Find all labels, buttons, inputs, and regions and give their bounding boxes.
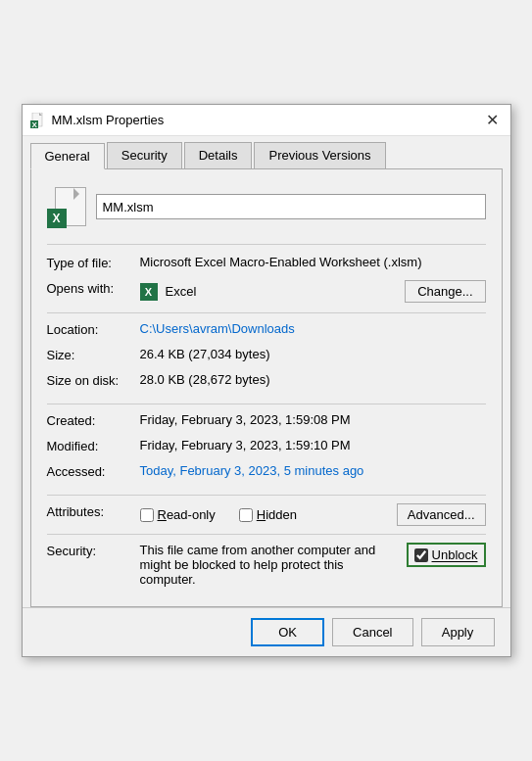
readonly-label: Read-only (158, 507, 216, 522)
hidden-label: Hidden (257, 507, 297, 522)
type-of-file-row: Type of file: Microsoft Excel Macro-Enab… (47, 255, 486, 276)
hidden-checkbox[interactable] (239, 508, 253, 522)
attributes-row: Attributes: Read-only Hidden Advanced... (47, 503, 486, 526)
file-type-section: Type of file: Microsoft Excel Macro-Enab… (47, 244, 486, 303)
size-row: Size: 26.4 KB (27,034 bytes) (47, 347, 486, 368)
divider-2 (47, 404, 486, 404)
created-label: Created: (47, 412, 140, 428)
security-label: Security: (47, 543, 140, 558)
hidden-checkbox-group: Hidden (239, 507, 297, 522)
general-tab-content: X Type of file: Microsoft Excel Macro-En… (30, 168, 503, 607)
created-value: Friday, February 3, 2023, 1:59:08 PM (140, 412, 351, 427)
dialog-title: MM.xlsm Properties (52, 113, 165, 127)
tab-previous-versions[interactable]: Previous Versions (254, 142, 385, 168)
opens-with-row: Opens with: X Excel Change... (47, 280, 486, 303)
size-on-disk-label: Size on disk: (47, 372, 140, 388)
readonly-checkbox[interactable] (140, 508, 154, 522)
opens-with-app: Excel (166, 284, 197, 299)
filename-row: X (47, 185, 486, 228)
unblock-checkbox-group: Unblock (407, 543, 486, 567)
file-icon-badge: X (47, 209, 67, 228)
location-section: Location: C:\Users\avram\Downloads Size:… (47, 321, 486, 394)
ok-button[interactable]: OK (251, 618, 324, 646)
readonly-checkbox-group: Read-only (140, 507, 216, 522)
attributes-label: Attributes: (47, 503, 140, 519)
excel-icon-letter: X (145, 286, 152, 298)
unblock-checkbox[interactable] (414, 548, 428, 562)
location-row: Location: C:\Users\avram\Downloads (47, 321, 486, 343)
modified-value: Friday, February 3, 2023, 1:59:10 PM (140, 438, 351, 452)
security-text: This file came from another computer and… (140, 543, 399, 587)
size-label: Size: (47, 347, 140, 362)
type-of-file-value: Microsoft Excel Macro-Enabled Worksheet … (140, 255, 422, 269)
security-content: This file came from another computer and… (140, 543, 486, 587)
accessed-value: Today, February 3, 2023, 5 minutes ago (140, 463, 364, 478)
advanced-button[interactable]: Advanced... (397, 503, 486, 526)
title-bar-left: X MM.xlsm Properties (30, 113, 165, 128)
accessed-row: Accessed: Today, February 3, 2023, 5 min… (47, 463, 486, 485)
close-button[interactable]: ✕ (483, 111, 503, 130)
created-row: Created: Friday, February 3, 2023, 1:59:… (47, 412, 486, 434)
tab-security[interactable]: Security (107, 142, 182, 168)
tab-details[interactable]: Details (184, 142, 253, 168)
location-label: Location: (47, 321, 140, 337)
attributes-controls: Read-only Hidden Advanced... (140, 503, 486, 526)
svg-text:X: X (31, 120, 37, 128)
title-bar-file-icon: X (30, 113, 46, 128)
size-value: 26.4 KB (27,034 bytes) (140, 347, 270, 361)
divider-3 (47, 495, 486, 496)
size-on-disk-row: Size on disk: 28.0 KB (28,672 bytes) (47, 372, 486, 394)
tab-general[interactable]: General (30, 143, 105, 169)
properties-dialog: X MM.xlsm Properties ✕ General Security … (22, 104, 511, 657)
security-row: Security: This file came from another co… (47, 543, 486, 587)
modified-label: Modified: (47, 438, 140, 453)
opens-with-app-icon: X (140, 283, 158, 301)
change-button[interactable]: Change... (405, 280, 485, 303)
location-value: C:\Users\avram\Downloads (140, 321, 295, 336)
filename-input[interactable] (96, 194, 486, 219)
title-bar: X MM.xlsm Properties ✕ (23, 105, 510, 136)
unblock-label: Unblock (432, 547, 478, 562)
cancel-button[interactable]: Cancel (332, 618, 412, 646)
dates-section: Created: Friday, February 3, 2023, 1:59:… (47, 412, 486, 485)
divider-4 (47, 534, 486, 535)
divider-1 (47, 312, 486, 313)
accessed-label: Accessed: (47, 463, 140, 479)
size-on-disk-value: 28.0 KB (28,672 bytes) (140, 372, 270, 387)
modified-row: Modified: Friday, February 3, 2023, 1:59… (47, 438, 486, 459)
tab-bar: General Security Details Previous Versio… (23, 136, 510, 168)
type-of-file-label: Type of file: (47, 255, 140, 270)
excel-letter: X (52, 212, 60, 225)
button-bar: OK Cancel Apply (23, 607, 510, 656)
opens-with-label: Opens with: (47, 280, 140, 296)
file-icon-container: X (47, 185, 86, 228)
apply-button[interactable]: Apply (421, 618, 495, 646)
opens-with-row-content: X Excel Change... (140, 280, 486, 303)
